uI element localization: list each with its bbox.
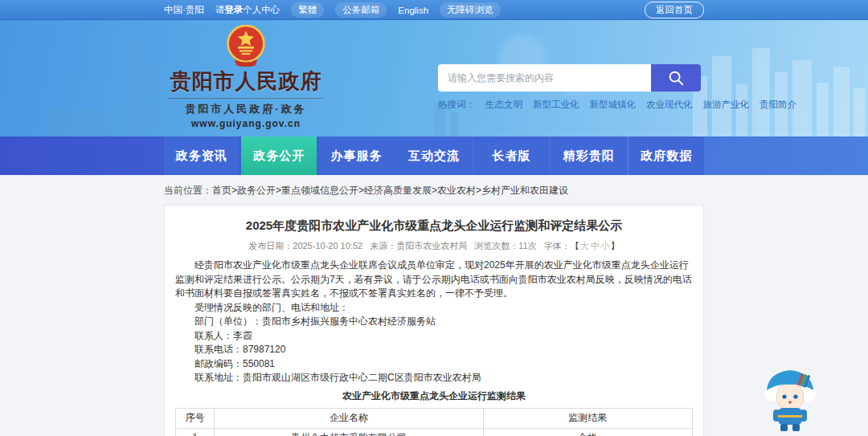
source-label: 来源：	[370, 241, 396, 251]
table-header-row: 序号企业名称监测结果	[176, 408, 693, 428]
search-block: 热搜词： 生态文明新型工业化新型城镇化农业现代化旅游产业化贵阳简介	[438, 64, 701, 111]
article-paragraph: 部门（单位）：贵阳市乡村振兴服务中心农村经济服务站	[175, 315, 693, 329]
article-card: 2025年度贵阳市农业产业化市级重点龙头企业运行监测和评定结果公示 发布日期：2…	[164, 205, 704, 436]
table-row: 1 贵州合力超市采购有限公司 合格	[176, 428, 693, 436]
font-size-button[interactable]: 中	[590, 241, 600, 251]
nav-tab[interactable]: 互动交流	[396, 137, 471, 175]
font-size-buttons: 大中小	[579, 241, 611, 251]
search-input[interactable]	[438, 64, 651, 92]
article-body: 经贵阳市农业产业化市级重点龙头企业联席会议成员单位审定，现对2025年开展的农业…	[175, 259, 693, 385]
cell-index: 1	[176, 428, 215, 436]
site-subtitle: 贵阳市人民政府·政务	[169, 98, 323, 116]
topbar-link[interactable]: 繁體	[291, 2, 324, 18]
article-paragraph: 联系电话：87987120	[175, 343, 693, 357]
nav-tab[interactable]: 政务公开	[241, 137, 316, 175]
breadcrumb-label: 当前位置：	[164, 185, 212, 196]
hot-search-word[interactable]: 新型城镇化	[590, 99, 637, 111]
table-header-cell: 序号	[176, 408, 215, 428]
back-home-button[interactable]: 返回首页	[645, 2, 704, 18]
nav-tab[interactable]: 政府数据	[629, 137, 704, 175]
nav-tab[interactable]: 长者版	[474, 137, 549, 175]
table-header-cell: 企业名称	[215, 408, 483, 428]
publish-date-label: 发布日期：	[248, 241, 293, 251]
hot-search-word[interactable]: 农业现代化	[646, 99, 693, 111]
mascot-widget[interactable]	[762, 361, 818, 432]
source-value: 贵阳市农业农村局	[396, 241, 467, 251]
topbar-link[interactable]: 无障碍浏览	[440, 2, 501, 18]
font-size-bracket: 【	[571, 241, 579, 251]
breadcrumb: 当前位置：首页>政务公开>重点领域信息公开>经济高质量发展>农业农村>乡村产业和…	[164, 175, 704, 205]
main-navigation: 政务资讯政务公开办事服务互动交流长者版精彩贵阳政府数据	[0, 137, 868, 175]
breadcrumb-path[interactable]: 首页>政务公开>重点领域信息公开>经济高质量发展>农业农村>乡村产业和农田建设	[212, 185, 568, 196]
site-logo[interactable]: 贵阳市人民政府 贵阳市人民政府·政务 www.guiyang.gov.cn	[169, 25, 323, 129]
article-meta: 发布日期：2025-10-20 10:52 来源：贵阳市农业农村局 浏览次数：1…	[175, 240, 693, 252]
hot-search-words: 生态文明新型工业化新型城镇化农业现代化旅游产业化贵阳简介	[485, 99, 796, 111]
site-name: 贵阳市人民政府	[169, 67, 323, 96]
font-size-bracket: 】	[611, 241, 620, 251]
cell-result: 合格	[483, 428, 692, 436]
hot-search-word[interactable]: 贵阳简介	[760, 99, 796, 111]
search-button[interactable]	[651, 64, 701, 92]
table-body: 1 贵州合力超市采购有限公司 合格 2 贵州友禾种业有限公司 合格 3 贵州松果…	[176, 428, 693, 436]
table-title: 农业产业化市级重点龙头企业运行监测结果	[175, 389, 693, 403]
font-size-label: 字体：	[544, 241, 571, 251]
article-paragraph: 联系人：李霞	[175, 329, 693, 344]
topbar: 中国·贵阳 请登录个人中心 繁體公务邮箱English无障碍浏览 返回首页	[0, 0, 868, 20]
nav-tab[interactable]: 政务资讯	[164, 137, 239, 175]
national-emblem-icon	[224, 25, 268, 67]
article-paragraph: 联系地址：贵阳市观山湖区市级行政中心二期C区贵阳市农业农村局	[175, 371, 693, 385]
topbar-link-china-guiyang[interactable]: 中国·贵阳	[164, 4, 204, 16]
topbar-login-link[interactable]: 请登录个人中心	[215, 4, 280, 16]
article-paragraph: 受理情况反映的部门、电话和地址：	[175, 301, 693, 316]
hot-search-row: 热搜词： 生态文明新型工业化新型城镇化农业现代化旅游产业化贵阳简介	[438, 99, 701, 111]
topbar-link[interactable]: 公务邮箱	[335, 2, 387, 18]
hot-search-word[interactable]: 生态文明	[485, 99, 522, 111]
monitoring-results-table: 序号企业名称监测结果 1 贵州合力超市采购有限公司 合格 2 贵州友禾种业有限公…	[175, 408, 693, 436]
header-banner: 贵阳市人民政府 贵阳市人民政府·政务 www.guiyang.gov.cn 热搜…	[0, 20, 868, 137]
hot-search-label: 热搜词：	[438, 99, 475, 111]
hot-search-word[interactable]: 新型工业化	[533, 99, 579, 111]
font-size-button[interactable]: 大	[579, 241, 590, 251]
font-size-button[interactable]: 小	[600, 241, 611, 251]
nav-tab[interactable]: 办事服务	[319, 137, 394, 175]
search-icon	[667, 69, 685, 87]
nav-items: 政务资讯政务公开办事服务互动交流长者版精彩贵阳政府数据	[164, 137, 704, 175]
hot-search-word[interactable]: 旅游产业化	[703, 99, 750, 111]
article-title: 2025年度贵阳市农业产业化市级重点龙头企业运行监测和评定结果公示	[175, 217, 693, 234]
topbar-link[interactable]: English	[398, 6, 428, 15]
topbar-links: 繁體公务邮箱English无障碍浏览	[291, 2, 500, 18]
table-header-cell: 监测结果	[483, 408, 692, 428]
nav-tab[interactable]: 精彩贵阳	[551, 137, 626, 175]
cell-company-name: 贵州合力超市采购有限公司	[215, 428, 483, 436]
article-paragraph: 经贵阳市农业产业化市级重点龙头企业联席会议成员单位审定，现对2025年开展的农业…	[175, 259, 693, 301]
views-label: 浏览次数：	[474, 241, 518, 251]
views-value: 11次	[518, 241, 536, 251]
publish-date: 2025-10-20 10:52	[293, 241, 362, 251]
site-url: www.guiyang.gov.cn	[169, 118, 323, 129]
article-paragraph: 邮政编码：550081	[175, 357, 693, 372]
